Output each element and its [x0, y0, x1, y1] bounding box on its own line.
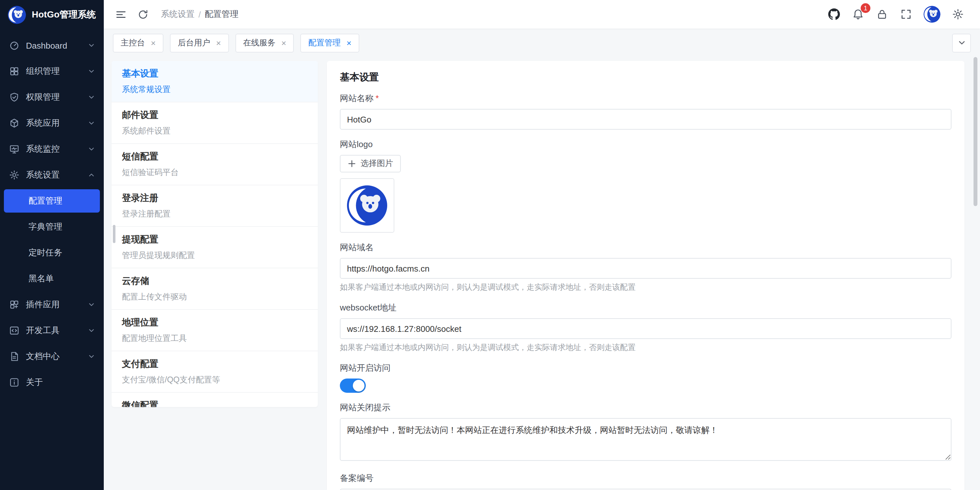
settings-gear-icon[interactable] [951, 8, 964, 21]
tab-options-button[interactable] [952, 33, 971, 52]
chevron-down-icon [88, 146, 95, 152]
chevron-down-icon [958, 39, 966, 47]
select-image-button-label: 选择图片 [361, 158, 393, 169]
site-domain-input[interactable] [340, 258, 951, 279]
page-scrollbar-thumb[interactable] [974, 57, 977, 206]
breadcrumb-separator: / [199, 10, 201, 19]
chevron-up-icon [88, 172, 95, 178]
tab-config-management[interactable]: 配置管理 × [301, 33, 359, 52]
sidebar-item-system-apps[interactable]: 系统应用 [0, 110, 104, 136]
user-avatar[interactable] [924, 6, 940, 23]
sidebar-item-label: 文档中心 [26, 350, 82, 362]
tab-label: 配置管理 [309, 37, 341, 48]
sidebar-item-label: 关于 [26, 377, 95, 388]
main-content: 基本设置 系统常规设置 邮件设置 系统邮件设置 短信配置 短信验证码平台 登录注… [104, 57, 980, 490]
settings-nav-subtitle: 短信验证码平台 [122, 167, 307, 178]
settings-nav-title: 邮件设置 [122, 109, 307, 121]
gear-icon [9, 170, 19, 180]
icp-input[interactable] [340, 489, 951, 490]
sidebar-item-system-settings[interactable]: 系统设置 [0, 162, 104, 188]
sidebar-item-organization[interactable]: 组织管理 [0, 58, 104, 84]
sidebar-item-label: 系统设置 [26, 169, 82, 181]
settings-nav-title: 地理位置 [122, 317, 307, 328]
field-label-text: websocket地址 [340, 302, 397, 314]
refresh-icon[interactable] [136, 8, 149, 21]
sidebar-item-plugin-apps[interactable]: 插件应用 [0, 292, 104, 317]
scrollbar-thumb[interactable] [113, 225, 115, 243]
settings-nav-title: 微信配置 [122, 400, 307, 407]
settings-nav-title: 基本设置 [122, 68, 307, 80]
app-logo-row[interactable]: HotGo管理系统 [0, 0, 104, 30]
code-icon [9, 325, 19, 336]
sidebar-item-label: 权限管理 [26, 91, 82, 103]
sidebar-subitem-scheduled-tasks[interactable]: 定时任务 [0, 240, 104, 266]
sidebar-subitem-blacklist[interactable]: 黑名单 [0, 266, 104, 292]
close-tip-textarea[interactable]: 网站维护中，暂时无法访问！本网站正在进行系统维护和技术升级，网站暂时无法访问，敬… [340, 418, 951, 461]
collapse-sidebar-icon[interactable] [114, 8, 127, 21]
sidebar-item-permissions[interactable]: 权限管理 [0, 84, 104, 110]
sidebar-item-label: 系统监控 [26, 143, 82, 155]
site-logo-preview[interactable] [340, 178, 395, 233]
chevron-down-icon [88, 301, 95, 308]
sidebar-item-dev-tools[interactable]: 开发工具 [0, 317, 104, 344]
settings-nav-item-payment[interactable]: 支付配置 支付宝/微信/QQ支付配置等 [111, 350, 318, 392]
sidebar-subitem-label: 字典管理 [29, 221, 62, 233]
form-title: 基本设置 [340, 71, 951, 84]
plus-icon [348, 159, 356, 168]
settings-nav-subtitle: 配置上传文件驱动 [122, 292, 307, 303]
tab-dashboard[interactable]: 主控台 × [113, 33, 164, 52]
sidebar-menu: Dashboard 组织管理 权限管理 系统应用 系统监控 [0, 30, 104, 490]
settings-nav-subtitle: 支付宝/微信/QQ支付配置等 [122, 375, 307, 385]
icp-group: 备案编号 [340, 473, 951, 490]
settings-nav-item-email[interactable]: 邮件设置 系统邮件设置 [111, 102, 318, 143]
settings-nav-item-sms[interactable]: 短信配置 短信验证码平台 [111, 143, 318, 185]
settings-nav-subtitle: 管理员提现规则配置 [122, 250, 307, 261]
field-label-text: 备案编号 [340, 473, 374, 484]
close-icon[interactable]: × [281, 38, 286, 47]
close-tip-group: 网站关闭提示 网站维护中，暂时无法访问！本网站正在进行系统维护和技术升级，网站暂… [340, 402, 951, 463]
field-label-text: 网站名称 [340, 93, 374, 105]
settings-nav-item-login[interactable]: 登录注册 登录注册配置 [111, 185, 318, 226]
sidebar-subitem-config-management[interactable]: 配置管理 [4, 189, 100, 212]
websocket-input[interactable] [340, 318, 951, 339]
tab-online-service[interactable]: 在线服务 × [235, 33, 294, 52]
close-icon[interactable]: × [347, 38, 352, 47]
sidebar: HotGo管理系统 Dashboard 组织管理 权限管理 系统应用 [0, 0, 104, 490]
site-open-toggle[interactable] [340, 379, 366, 393]
settings-nav-item-withdraw[interactable]: 提现配置 管理员提现规则配置 [111, 226, 318, 268]
sidebar-subitem-dictionary-management[interactable]: 字典管理 [0, 214, 104, 240]
site-domain-label: 网站域名 [340, 242, 951, 254]
lock-icon[interactable] [876, 8, 889, 21]
sidebar-item-doc-center[interactable]: 文档中心 [0, 344, 104, 369]
settings-nav-item-geo[interactable]: 地理位置 配置地理位置工具 [111, 309, 318, 350]
basic-settings-form: 基本设置 网站名称 * 网站logo 选择图片 [327, 61, 964, 490]
close-icon[interactable]: × [151, 38, 156, 47]
sidebar-subitem-label: 定时任务 [29, 247, 62, 258]
info-icon [9, 377, 19, 388]
sidebar-item-system-monitor[interactable]: 系统监控 [0, 136, 104, 162]
settings-nav-item-cloud-storage[interactable]: 云存储 配置上传文件驱动 [111, 268, 318, 309]
settings-nav-item-basic[interactable]: 基本设置 系统常规设置 [111, 61, 318, 102]
header-actions: 1 [827, 6, 964, 23]
icp-label: 备案编号 [340, 473, 951, 484]
github-icon[interactable] [827, 8, 840, 21]
sidebar-item-about[interactable]: 关于 [0, 369, 104, 395]
chevron-down-icon [88, 68, 95, 75]
breadcrumb-item[interactable]: 系统设置 [161, 8, 194, 20]
grid-icon [9, 66, 19, 76]
settings-nav-item-wechat[interactable]: 微信配置 公众号/开放平台/小程序配置等 [111, 392, 318, 407]
field-label-text: 网站关闭提示 [340, 402, 390, 414]
field-label-text: 网站开启访问 [340, 362, 390, 374]
field-label-text: 网站域名 [340, 242, 374, 254]
site-name-group: 网站名称 * [340, 93, 951, 130]
select-image-button[interactable]: 选择图片 [340, 155, 401, 173]
app-logo-icon [8, 6, 26, 24]
sidebar-item-dashboard[interactable]: Dashboard [0, 32, 104, 58]
chevron-down-icon [88, 42, 95, 49]
tab-backend-users[interactable]: 后台用户 × [170, 33, 229, 52]
fullscreen-icon[interactable] [900, 8, 913, 21]
close-icon[interactable]: × [216, 38, 221, 47]
notifications-button[interactable]: 1 [851, 8, 865, 21]
sidebar-subitem-label: 配置管理 [29, 195, 62, 207]
site-name-input[interactable] [340, 109, 951, 130]
